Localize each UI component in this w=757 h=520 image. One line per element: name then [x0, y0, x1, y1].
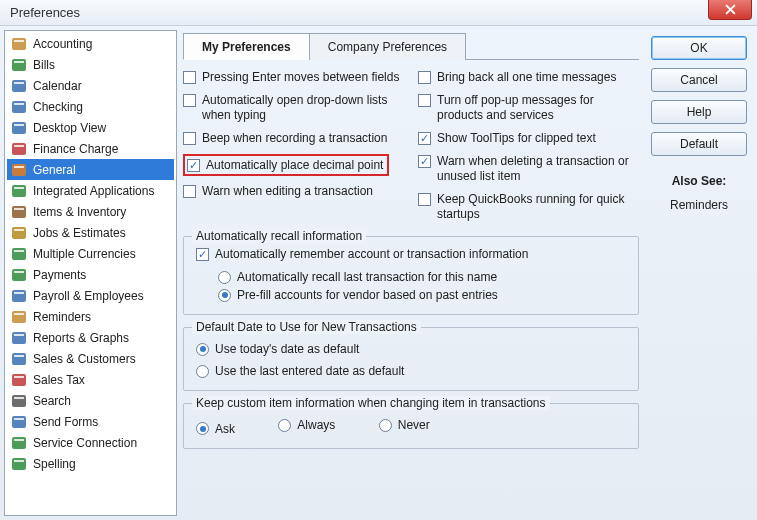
option-row: Warn when deleting a transaction or unus… — [418, 154, 639, 184]
radio-label: Pre-fill accounts for vendor based on pa… — [237, 288, 498, 302]
sidebar-item-reports-graphs[interactable]: Reports & Graphs — [7, 327, 174, 348]
mail-icon — [11, 414, 27, 430]
svg-rect-12 — [12, 164, 26, 176]
group-legend: Default Date to Use for New Transactions — [192, 320, 421, 334]
tab-my-preferences[interactable]: My Preferences — [183, 33, 310, 60]
svg-rect-40 — [12, 458, 26, 470]
checkbox[interactable] — [418, 94, 431, 107]
checkbox-label: Warn when editing a transaction — [202, 184, 373, 199]
checkbox-remember-account[interactable] — [196, 248, 209, 261]
svg-rect-10 — [12, 143, 26, 155]
option-row: Bring back all one time messages — [418, 70, 639, 85]
svg-rect-21 — [14, 250, 24, 252]
radio-today-date[interactable] — [196, 343, 209, 356]
sidebar-item-label: Accounting — [33, 37, 92, 51]
right-options-column: Bring back all one time messagesTurn off… — [418, 70, 639, 230]
checkbox[interactable] — [418, 193, 431, 206]
option-row: Pressing Enter moves between fields — [183, 70, 404, 85]
radio-always[interactable] — [278, 419, 291, 432]
sidebar-item-checking[interactable]: Checking — [7, 96, 174, 117]
svg-rect-15 — [14, 187, 24, 189]
svg-rect-22 — [12, 269, 26, 281]
svg-rect-41 — [14, 460, 24, 462]
checkbox-label: Automatically remember account or transa… — [215, 247, 528, 262]
sidebar-item-payments[interactable]: Payments — [7, 264, 174, 285]
svg-rect-32 — [12, 374, 26, 386]
checkbox-label: Warn when deleting a transaction or unus… — [437, 154, 639, 184]
svg-rect-19 — [14, 229, 24, 231]
checkbox[interactable] — [187, 159, 200, 172]
sidebar-item-label: Checking — [33, 100, 83, 114]
sidebar-item-label: Search — [33, 394, 71, 408]
card-icon — [11, 267, 27, 283]
sidebar-item-desktop-view[interactable]: Desktop View — [7, 117, 174, 138]
also-see-item[interactable]: Reminders — [651, 198, 747, 212]
tax-icon — [11, 372, 27, 388]
sidebar-item-sales-tax[interactable]: Sales Tax — [7, 369, 174, 390]
sidebar-item-items-inventory[interactable]: Items & Inventory — [7, 201, 174, 222]
sidebar-item-label: Bills — [33, 58, 55, 72]
radio-label: Always — [297, 418, 335, 432]
group-default-date: Default Date to Use for New Transactions… — [183, 327, 639, 391]
tab-company-preferences[interactable]: Company Preferences — [309, 33, 466, 60]
radio-never[interactable] — [379, 419, 392, 432]
sidebar-item-general[interactable]: General — [7, 159, 174, 180]
sidebar-item-integrated-applications[interactable]: Integrated Applications — [7, 180, 174, 201]
checkbox[interactable] — [418, 155, 431, 168]
cancel-button[interactable]: Cancel — [651, 68, 747, 92]
sidebar-item-send-forms[interactable]: Send Forms — [7, 411, 174, 432]
svg-rect-7 — [14, 103, 24, 105]
svg-rect-17 — [14, 208, 24, 210]
sidebar-item-label: Service Connection — [33, 436, 137, 450]
sidebar-item-payroll-employees[interactable]: Payroll & Employees — [7, 285, 174, 306]
svg-rect-3 — [14, 61, 24, 63]
checkbox[interactable] — [418, 71, 431, 84]
abc-icon — [11, 456, 27, 472]
sidebar-item-bills[interactable]: Bills — [7, 54, 174, 75]
group-auto-recall: Automatically recall information Automat… — [183, 236, 639, 315]
help-button[interactable]: Help — [651, 100, 747, 124]
svg-rect-4 — [12, 80, 26, 92]
checkbox[interactable] — [183, 71, 196, 84]
sidebar-item-sales-customers[interactable]: Sales & Customers — [7, 348, 174, 369]
desktop-icon — [11, 120, 27, 136]
svg-rect-5 — [14, 82, 24, 84]
sidebar-item-spelling[interactable]: Spelling — [7, 453, 174, 474]
svg-rect-0 — [12, 38, 26, 50]
radio-label: Use today's date as default — [215, 342, 359, 356]
preferences-sidebar[interactable]: Accounting Bills Calendar Checking Deskt… — [4, 30, 177, 516]
sidebar-item-jobs-estimates[interactable]: Jobs & Estimates — [7, 222, 174, 243]
default-button[interactable]: Default — [651, 132, 747, 156]
sidebar-item-calendar[interactable]: Calendar — [7, 75, 174, 96]
checkbox[interactable] — [183, 185, 196, 198]
checkbox[interactable] — [183, 132, 196, 145]
percent-icon — [11, 141, 27, 157]
sidebar-item-label: General — [33, 163, 76, 177]
sidebar-item-search[interactable]: Search — [7, 390, 174, 411]
checkbox[interactable] — [183, 94, 196, 107]
sidebar-item-multiple-currencies[interactable]: Multiple Currencies — [7, 243, 174, 264]
check-icon — [11, 99, 27, 115]
sidebar-item-accounting[interactable]: Accounting — [7, 33, 174, 54]
ok-button[interactable]: OK — [651, 36, 747, 60]
svg-rect-29 — [14, 334, 24, 336]
sidebar-item-label: Payments — [33, 268, 86, 282]
gear-icon — [11, 162, 27, 178]
radio-ask[interactable] — [196, 422, 209, 435]
radio-recall-last[interactable] — [218, 271, 231, 284]
svg-rect-23 — [14, 271, 24, 273]
sidebar-item-service-connection[interactable]: Service Connection — [7, 432, 174, 453]
sidebar-item-label: Multiple Currencies — [33, 247, 136, 261]
sidebar-item-reminders[interactable]: Reminders — [7, 306, 174, 327]
checkbox[interactable] — [418, 132, 431, 145]
radio-prefill-vendor[interactable] — [218, 289, 231, 302]
sidebar-item-label: Integrated Applications — [33, 184, 154, 198]
svg-rect-8 — [12, 122, 26, 134]
search-icon — [11, 393, 27, 409]
option-row: Show ToolTips for clipped text — [418, 131, 639, 146]
window-close-button[interactable] — [708, 0, 752, 20]
sidebar-item-label: Items & Inventory — [33, 205, 126, 219]
radio-last-entered-date[interactable] — [196, 365, 209, 378]
sidebar-item-finance-charge[interactable]: Finance Charge — [7, 138, 174, 159]
window-title: Preferences — [10, 5, 80, 20]
